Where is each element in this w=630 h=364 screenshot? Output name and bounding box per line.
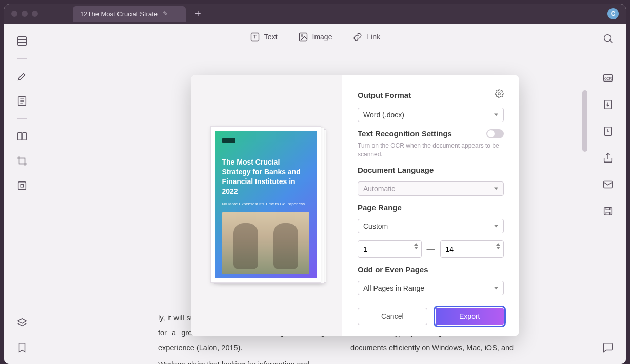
extract-icon[interactable] (15, 178, 29, 193)
sidebar-divider (17, 58, 27, 59)
maximize-window-button[interactable] (32, 11, 38, 17)
output-format-value: Word (.docx) (363, 111, 404, 119)
language-label: Document Language (358, 166, 504, 174)
insert-text-button[interactable]: Text (250, 32, 278, 42)
svg-rect-0 (18, 37, 27, 46)
edit-tab-icon[interactable]: ✎ (163, 10, 168, 17)
body-area: Text Image Link ly, it will support achi… (4, 24, 626, 364)
page-preview-stack: The Most Crucial Strategy for Banks and … (210, 126, 323, 285)
svg-rect-19 (605, 127, 612, 136)
cancel-label: Cancel (381, 312, 404, 320)
insert-link-button[interactable]: Link (352, 32, 380, 42)
insert-toolbar: Text Image Link (40, 32, 590, 42)
new-tab-button[interactable]: + (195, 8, 201, 20)
toolbar-link-label: Link (367, 33, 380, 41)
content-area: Text Image Link ly, it will support achi… (40, 24, 590, 364)
svg-rect-8 (23, 133, 26, 140)
page-from-steppers[interactable] (414, 243, 418, 249)
convert-icon[interactable] (601, 97, 615, 112)
close-window-button[interactable] (11, 11, 17, 17)
ocr-icon[interactable]: OCR (601, 71, 615, 85)
cover-logo (222, 138, 235, 143)
tab-title: 12The Most Crucial Strate (80, 10, 158, 18)
page-from-input[interactable]: 1 (358, 240, 422, 258)
traffic-lights (11, 11, 38, 17)
compare-icon[interactable] (15, 129, 29, 144)
output-format-select[interactable]: Word (.docx) (358, 108, 504, 122)
output-format-label: Output Format (358, 91, 411, 99)
svg-point-12 (301, 35, 302, 36)
thumbnails-icon[interactable] (15, 34, 29, 48)
layers-icon[interactable] (15, 316, 29, 330)
toolbar-image-label: Image (312, 33, 332, 41)
cancel-button[interactable]: Cancel (358, 308, 427, 325)
bookmark-icon[interactable] (15, 340, 29, 355)
sidebar-divider (603, 58, 613, 58)
vertical-scrollbar[interactable] (582, 90, 587, 152)
export-preview-panel: The Most Crucial Strategy for Banks and … (191, 75, 342, 336)
language-select: Automatic (358, 181, 504, 196)
preview-page-front: The Most Crucial Strategy for Banks and … (210, 126, 321, 283)
document-cover: The Most Crucial Strategy for Banks and … (215, 131, 317, 278)
titlebar: 12The Most Crucial Strate ✎ + C (4, 4, 626, 24)
svg-line-15 (610, 41, 612, 43)
svg-point-13 (498, 93, 501, 95)
output-settings-button[interactable] (495, 89, 504, 100)
cover-photo (222, 212, 309, 274)
insert-image-button[interactable]: Image (298, 32, 332, 42)
note-icon[interactable] (15, 94, 29, 108)
page-range-label: Page Range (358, 203, 504, 212)
save-icon[interactable] (601, 204, 615, 218)
minimize-window-button[interactable] (22, 11, 28, 17)
cover-title: The Most Crucial Strategy for Banks and … (222, 157, 304, 196)
export-label: Export (459, 312, 480, 320)
export-dialog: The Most Crucial Strategy for Banks and … (191, 75, 519, 336)
svg-rect-7 (18, 133, 22, 140)
svg-point-14 (604, 35, 611, 42)
ocr-hint: Turn on the OCR when the document appear… (358, 141, 504, 159)
avatar-initial: C (611, 10, 616, 17)
document-tab[interactable]: 12The Most Crucial Strate ✎ (73, 6, 186, 22)
page-to-value: 14 (446, 245, 454, 253)
sidebar-divider (17, 118, 27, 119)
toolbar-text-label: Text (264, 33, 278, 41)
svg-text:OCR: OCR (604, 77, 612, 80)
ocr-label: Text Recognition Settings (358, 129, 452, 138)
svg-rect-11 (299, 33, 307, 41)
app-window: 12The Most Crucial Strate ✎ + C (4, 4, 626, 364)
page-to-input[interactable]: 14 (440, 240, 504, 258)
comment-icon[interactable] (601, 340, 615, 355)
page-range-value: Custom (363, 222, 388, 230)
language-value: Automatic (363, 185, 395, 193)
svg-rect-9 (18, 182, 26, 190)
page-range-select[interactable]: Custom (358, 219, 504, 233)
search-icon[interactable] (601, 31, 615, 46)
export-options-panel: Output Format Word (.docx) Text Recognit… (342, 75, 519, 336)
odd-even-value: All Pages in Range (363, 284, 424, 292)
user-avatar[interactable]: C (607, 8, 619, 19)
share-icon[interactable] (601, 151, 615, 165)
cover-subtitle: No More Expenses! It's Time to Go Paperl… (222, 201, 309, 206)
odd-even-select[interactable]: All Pages in Range (358, 281, 504, 295)
page-from-value: 1 (363, 245, 367, 253)
compress-icon[interactable] (601, 124, 615, 138)
svg-rect-21 (604, 208, 612, 215)
crop-icon[interactable] (15, 154, 29, 168)
right-sidebar: OCR (590, 24, 626, 364)
doc-paragraph: Workers claim that looking for informati… (158, 357, 325, 364)
ocr-toggle[interactable] (486, 129, 504, 138)
odd-even-label: Odd or Even Pages (358, 265, 504, 274)
export-button[interactable]: Export (436, 308, 504, 325)
range-separator: — (427, 245, 435, 254)
page-to-steppers[interactable] (496, 243, 500, 249)
left-sidebar (4, 24, 40, 364)
mail-icon[interactable] (601, 177, 615, 192)
highlighter-icon[interactable] (15, 69, 29, 84)
svg-rect-20 (604, 181, 613, 188)
